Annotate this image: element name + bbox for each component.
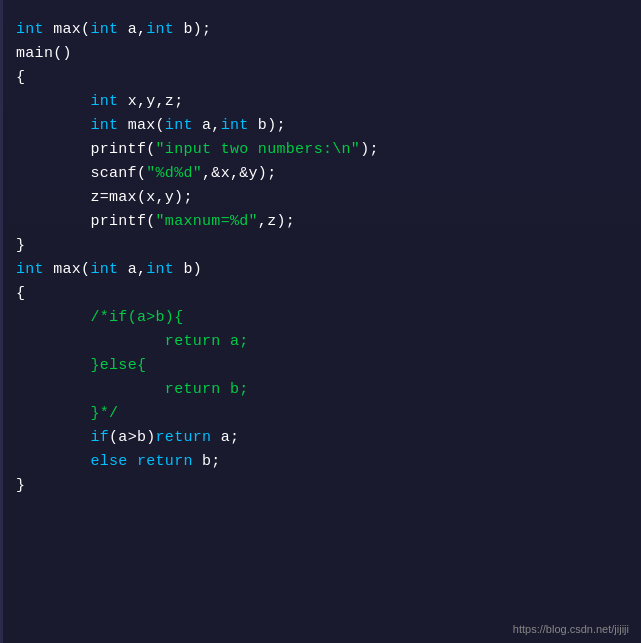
code-line: }else{ <box>16 354 625 378</box>
code-line: } <box>16 474 625 498</box>
code-line: { <box>16 282 625 306</box>
code-line: int x,y,z; <box>16 90 625 114</box>
code-line: } <box>16 234 625 258</box>
code-line: printf("maxnum=%d",z); <box>16 210 625 234</box>
watermark: https://blog.csdn.net/jijiji <box>513 623 629 635</box>
code-line: z=max(x,y); <box>16 186 625 210</box>
code-line: scanf("%d%d",&x,&y); <box>16 162 625 186</box>
code-line: }*/ <box>16 402 625 426</box>
code-line: int max(int a,int b); <box>16 18 625 42</box>
code-line: { <box>16 66 625 90</box>
code-block: int max(int a,int b);main(){ int x,y,z; … <box>0 8 641 508</box>
code-line: if(a>b)return a; <box>16 426 625 450</box>
code-line: return b; <box>16 378 625 402</box>
code-editor-container: int max(int a,int b);main(){ int x,y,z; … <box>0 0 641 643</box>
code-line: int max(int a,int b) <box>16 258 625 282</box>
code-line: int max(int a,int b); <box>16 114 625 138</box>
code-line: main() <box>16 42 625 66</box>
code-line: else return b; <box>16 450 625 474</box>
code-line: return a; <box>16 330 625 354</box>
code-line: printf("input two numbers:\n"); <box>16 138 625 162</box>
code-line: /*if(a>b){ <box>16 306 625 330</box>
